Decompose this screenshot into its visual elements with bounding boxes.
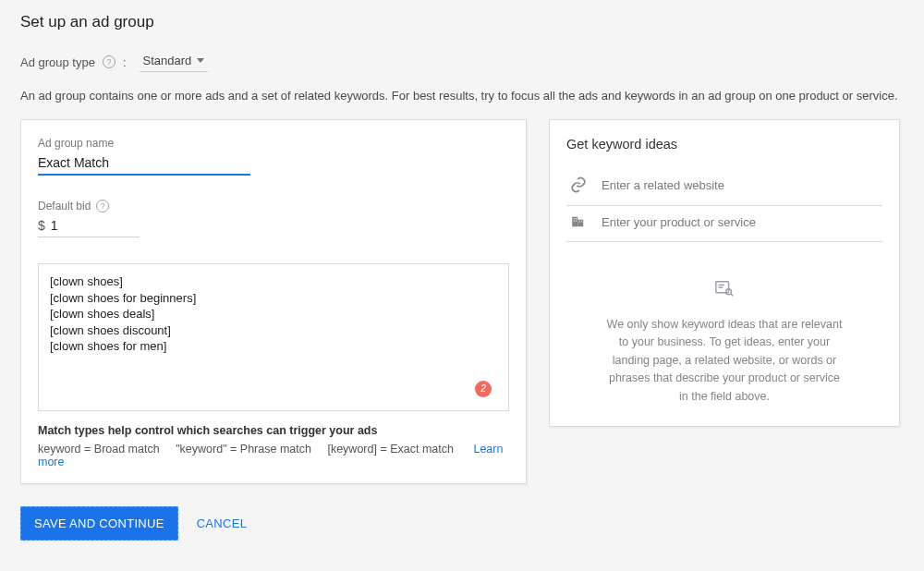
ad-group-name-input[interactable] <box>38 153 250 176</box>
svg-rect-1 <box>578 220 583 227</box>
ad-group-type-row: Ad group type ? : Standard <box>20 52 904 72</box>
product-service-row <box>566 206 882 242</box>
svg-rect-5 <box>576 221 577 222</box>
error-badge[interactable]: 2 <box>475 381 492 397</box>
svg-line-12 <box>731 294 733 296</box>
colon: : <box>123 55 127 69</box>
currency-symbol: $ <box>38 218 45 233</box>
product-service-input[interactable] <box>602 215 881 229</box>
footer-actions: SAVE AND CONTINUE CANCEL <box>20 506 904 541</box>
keyword-line: [clown shoes for men] <box>50 338 497 355</box>
keyword-ideas-card: Get keyword ideas <box>549 119 900 427</box>
svg-rect-4 <box>574 221 575 222</box>
svg-rect-0 <box>572 217 578 227</box>
ideas-empty-state: We only show keyword ideas that are rele… <box>566 279 882 406</box>
related-website-row <box>566 168 882 206</box>
building-icon <box>568 213 589 230</box>
help-icon[interactable]: ? <box>103 55 116 68</box>
keyword-line: [clown shoes discount] <box>50 322 497 339</box>
description-text: An ad group contains one or more ads and… <box>20 89 904 103</box>
ad-group-card: Ad group name Default bid ? $ [clown sho… <box>20 119 527 484</box>
search-page-icon <box>713 279 736 299</box>
match-types-heading: Match types help control which searches … <box>38 424 509 437</box>
default-bid-input[interactable] <box>51 218 116 233</box>
ad-group-name-label: Ad group name <box>38 137 509 150</box>
svg-rect-2 <box>574 218 575 219</box>
match-types-line: keyword = Broad match "keyword" = Phrase… <box>38 443 509 468</box>
help-icon[interactable]: ? <box>96 200 109 213</box>
ad-group-type-value: Standard <box>143 54 192 67</box>
keyword-line: [clown shoes deals] <box>50 306 497 322</box>
keyword-line: [clown shoes for beginners] <box>50 290 497 307</box>
default-bid-label: Default bid <box>38 200 91 213</box>
keyword-line: [clown shoes] <box>50 273 497 290</box>
ad-group-type-select[interactable]: Standard <box>140 52 209 72</box>
keywords-textarea[interactable]: [clown shoes] [clown shoes for beginners… <box>38 263 509 411</box>
ideas-empty-text: We only show keyword ideas that are rele… <box>604 316 845 406</box>
keyword-ideas-title: Get keyword ideas <box>566 137 882 152</box>
svg-rect-6 <box>579 221 580 222</box>
svg-rect-3 <box>576 218 577 219</box>
related-website-input[interactable] <box>602 178 881 192</box>
chevron-down-icon <box>197 58 204 63</box>
svg-rect-7 <box>581 221 582 222</box>
ad-group-type-label: Ad group type <box>20 55 95 69</box>
page-title: Set up an ad group <box>20 13 904 31</box>
link-icon <box>568 176 589 194</box>
cancel-button[interactable]: CANCEL <box>197 516 248 530</box>
save-continue-button[interactable]: SAVE AND CONTINUE <box>20 506 178 541</box>
